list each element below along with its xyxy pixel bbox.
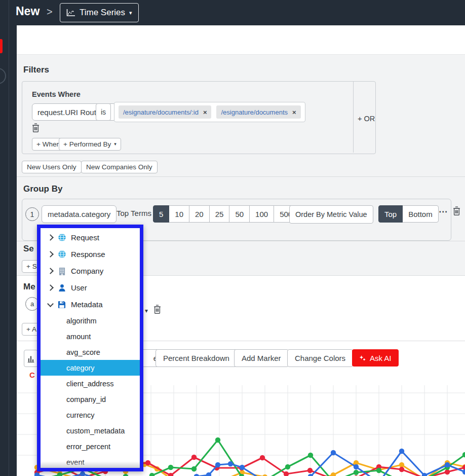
field-option-currency[interactable]: currency xyxy=(41,407,140,423)
chip-label: /esignature/documents/:id xyxy=(123,108,199,116)
chevron-right-icon[interactable] xyxy=(47,234,54,241)
tree-item-user[interactable]: User xyxy=(41,279,140,296)
chevron-right-icon[interactable] xyxy=(47,284,54,291)
order-by-metric-button[interactable]: Order By Metric Value xyxy=(289,205,373,224)
sidebar-divider xyxy=(9,0,9,476)
field-option-custom_metadata[interactable]: custom_metadata xyxy=(41,423,140,438)
chevron-down-icon: ▾ xyxy=(114,142,117,147)
tree-item-label: Response xyxy=(71,250,105,259)
direction-option-top[interactable]: Top xyxy=(378,205,403,223)
direction-option-bottom[interactable]: Bottom xyxy=(402,205,439,223)
app-root: New > Time Series ▾ Filters Events Where… xyxy=(0,0,465,476)
tree-item-response[interactable]: Response xyxy=(41,246,140,263)
top-bottom-toggle-group: TopBottom xyxy=(378,205,439,223)
chart-type-dropdown-button[interactable]: Time Series ▾ xyxy=(60,3,139,22)
se-section-title-fragment: Se xyxy=(23,244,34,254)
field-children: algorithmamountavg_scorecategoryclient_a… xyxy=(41,313,140,470)
new-users-only-button[interactable]: New Users Only xyxy=(22,161,82,173)
page-title: New xyxy=(16,5,40,18)
line-chart-icon xyxy=(66,8,75,17)
group-by-index-badge: 1 xyxy=(25,207,39,221)
field-option-avg_score[interactable]: avg_score xyxy=(41,344,140,360)
field-option-amount[interactable]: amount xyxy=(41,328,140,344)
field-option-event[interactable]: event xyxy=(41,454,140,470)
field-tree: RequestResponseCompanyUserMetadata xyxy=(41,229,140,313)
chevron-right-icon[interactable] xyxy=(47,251,54,258)
tree-item-label: User xyxy=(71,283,87,292)
globe-icon xyxy=(57,233,66,242)
field-picker-dropdown: RequestResponseCompanyUserMetadata algor… xyxy=(37,225,143,471)
count-option-25[interactable]: 25 xyxy=(209,205,230,223)
chip-label: /esignature/documents xyxy=(221,108,288,116)
field-option-company_id[interactable]: company_id xyxy=(41,391,140,407)
chevron-down-icon: ▾ xyxy=(129,10,132,16)
events-where-label: Events Where xyxy=(32,90,81,98)
new-companies-only-button[interactable]: New Companies Only xyxy=(81,161,158,173)
close-icon[interactable]: × xyxy=(292,108,296,116)
ask-ai-label: Ask AI xyxy=(370,354,392,362)
more-options-icon[interactable]: ⋯ xyxy=(439,206,447,217)
filter-or-divider xyxy=(353,82,354,153)
chart-style-button[interactable] xyxy=(24,350,38,367)
field-option-category[interactable]: category xyxy=(41,360,140,376)
add-or-button[interactable]: + OR xyxy=(358,115,375,123)
group-by-field-button[interactable]: metadata.category xyxy=(42,205,117,223)
delete-group-by-trash-icon[interactable] xyxy=(453,206,460,216)
chevron-down-icon[interactable] xyxy=(47,301,54,307)
tree-item-label: Company xyxy=(71,267,103,275)
change-colors-button[interactable]: Change Colors xyxy=(287,349,353,367)
red-indicator xyxy=(0,39,3,53)
count-option-5[interactable]: 5 xyxy=(153,205,169,223)
field-option-algorithm[interactable]: algorithm xyxy=(41,313,140,328)
close-icon[interactable]: × xyxy=(203,108,207,116)
floppy-icon xyxy=(57,300,66,309)
tree-item-label: Request xyxy=(71,233,99,242)
delete-filter-trash-icon[interactable] xyxy=(32,123,40,133)
count-option-20[interactable]: 20 xyxy=(189,205,210,223)
filter-values-container[interactable]: /esignature/documents/:id × /esignature/… xyxy=(114,102,305,122)
ask-ai-button[interactable]: Ask AI xyxy=(352,349,399,367)
group-by-title: Group By xyxy=(23,184,62,194)
chart-type-label: Time Series xyxy=(80,8,125,18)
red-text-fragment: C xyxy=(29,371,35,379)
add-marker-button[interactable]: Add Marker xyxy=(234,349,289,367)
me-section-title-fragment: Me xyxy=(23,282,35,292)
filters-title: Filters xyxy=(23,65,49,75)
filter-field-label: request.URI Route xyxy=(37,108,100,117)
tree-item-request[interactable]: Request xyxy=(41,229,140,246)
metric-chevron-down-icon[interactable]: ▾ xyxy=(145,308,148,314)
operator-button[interactable]: is xyxy=(96,103,111,121)
tree-item-metadata[interactable]: Metadata xyxy=(41,296,140,313)
count-option-100[interactable]: 100 xyxy=(249,205,274,223)
sparkle-icon xyxy=(359,355,366,361)
count-option-50[interactable]: 50 xyxy=(229,205,250,223)
field-option-client_address[interactable]: client_address xyxy=(41,376,140,391)
field-option-error_percent[interactable]: error_percent xyxy=(41,438,140,454)
add-performed-by-button[interactable]: + Performed By ▾ xyxy=(59,138,121,151)
tree-item-label: Metadata xyxy=(71,300,103,309)
chevron-right-icon[interactable] xyxy=(47,268,54,274)
breadcrumb-separator: > xyxy=(47,6,53,18)
top-terms-label: Top Terms xyxy=(117,209,151,217)
add-performed-by-label: + Performed By xyxy=(63,140,111,148)
globe-icon xyxy=(57,250,66,259)
filter-value-chip[interactable]: /esignature/documents/:id × xyxy=(119,105,211,119)
content-top-strip xyxy=(17,25,465,54)
filter-value-chip[interactable]: /esignature/documents × xyxy=(216,105,300,119)
count-option-10[interactable]: 10 xyxy=(169,205,189,223)
bar-chart-icon xyxy=(27,354,34,362)
percent-breakdown-button[interactable]: Percent Breakdown xyxy=(156,349,237,367)
tree-item-company[interactable]: Company xyxy=(41,263,140,279)
building-icon xyxy=(57,267,66,276)
delete-metric-trash-icon[interactable] xyxy=(153,305,161,314)
top-terms-count-group: 510202550100500 xyxy=(153,205,298,223)
user-icon xyxy=(57,283,66,292)
